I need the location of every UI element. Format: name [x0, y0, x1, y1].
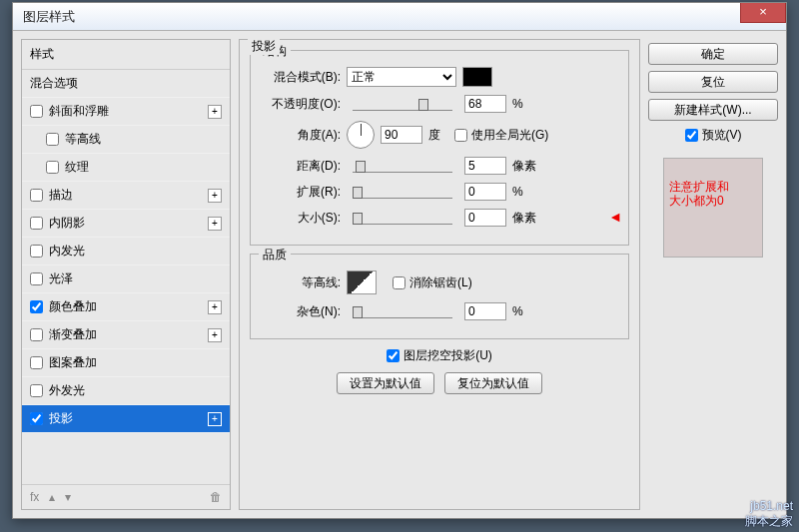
style-checkbox[interactable]	[30, 328, 43, 341]
style-checkbox[interactable]	[30, 189, 43, 202]
opacity-label: 不透明度(O):	[261, 96, 341, 113]
style-checkbox[interactable]	[30, 356, 43, 369]
opacity-input[interactable]	[464, 95, 506, 113]
antialias-checkbox[interactable]: 消除锯齿(L)	[393, 274, 472, 291]
style-checkbox[interactable]	[46, 161, 59, 174]
style-checkbox[interactable]	[46, 133, 59, 146]
style-item-10[interactable]: 外发光	[22, 377, 230, 405]
watermark: jb51.net脚本之家	[745, 499, 793, 530]
style-checkbox[interactable]	[30, 217, 43, 230]
titlebar[interactable]: 图层样式 ×	[13, 3, 786, 31]
spread-input[interactable]	[464, 183, 506, 201]
style-checkbox[interactable]	[30, 245, 43, 258]
style-item-9[interactable]: 图案叠加	[22, 349, 230, 377]
size-label: 大小(S):	[261, 210, 341, 227]
angle-input[interactable]	[381, 126, 422, 144]
settings-panel: 投影 结构 混合模式(B): 正常 不透明度(O): %	[239, 39, 640, 510]
layer-style-dialog: 图层样式 × 样式 混合选项 斜面和浮雕+等高线纹理描边+内阴影+内发光光泽颜色…	[12, 2, 787, 519]
color-swatch[interactable]	[462, 67, 492, 87]
size-input[interactable]	[464, 209, 506, 227]
noise-input[interactable]	[464, 302, 506, 320]
style-item-0[interactable]: 斜面和浮雕+	[22, 98, 230, 126]
spread-slider[interactable]	[353, 185, 452, 199]
style-item-6[interactable]: 光泽	[22, 266, 230, 293]
style-item-7[interactable]: 颜色叠加+	[22, 293, 230, 321]
add-icon[interactable]: +	[208, 105, 222, 119]
distance-label: 距离(D):	[261, 158, 341, 175]
angle-dial[interactable]	[347, 121, 375, 149]
window-title: 图层样式	[23, 8, 75, 26]
opacity-slider[interactable]	[353, 97, 452, 111]
distance-input[interactable]	[464, 157, 506, 175]
quality-legend: 品质	[259, 247, 291, 264]
fx-icon[interactable]: fx	[30, 490, 39, 504]
style-item-4[interactable]: 内阴影+	[22, 210, 230, 238]
noise-slider[interactable]	[353, 304, 452, 318]
add-icon[interactable]: +	[208, 300, 222, 314]
reset-default-button[interactable]: 复位为默认值	[444, 372, 542, 394]
blend-mode-label: 混合模式(B):	[261, 69, 341, 86]
style-item-2[interactable]: 纹理	[22, 154, 230, 182]
spread-label: 扩展(R):	[261, 184, 341, 201]
add-icon[interactable]: +	[208, 217, 222, 231]
contour-picker[interactable]	[347, 270, 377, 294]
distance-slider[interactable]	[353, 159, 452, 173]
close-button[interactable]: ×	[740, 3, 786, 23]
down-icon[interactable]: ▾	[65, 490, 71, 504]
style-item-3[interactable]: 描边+	[22, 182, 230, 210]
contour-label: 等高线:	[261, 274, 341, 291]
style-checkbox[interactable]	[30, 384, 43, 397]
style-checkbox[interactable]	[30, 300, 43, 313]
new-style-button[interactable]: 新建样式(W)...	[648, 99, 778, 121]
make-default-button[interactable]: 设置为默认值	[337, 372, 434, 394]
annotation: 注意扩展和大小都为0	[669, 180, 729, 208]
style-item-5[interactable]: 内发光	[22, 238, 230, 266]
size-slider[interactable]	[353, 211, 452, 225]
add-icon[interactable]: +	[208, 328, 222, 342]
angle-label: 角度(A):	[261, 127, 341, 144]
blend-mode-select[interactable]: 正常	[347, 67, 456, 87]
ok-button[interactable]: 确定	[648, 43, 778, 65]
blending-options[interactable]: 混合选项	[22, 70, 230, 98]
style-item-1[interactable]: 等高线	[22, 126, 230, 154]
noise-label: 杂色(N):	[261, 303, 341, 320]
quality-group: 品质 等高线: 消除锯齿(L) 杂色(N): %	[250, 254, 629, 339]
preview-thumb	[663, 158, 763, 258]
trash-icon[interactable]: 🗑	[210, 490, 222, 504]
add-icon[interactable]: +	[208, 189, 222, 203]
add-icon[interactable]: +	[208, 412, 222, 426]
cancel-button[interactable]: 复位	[648, 71, 778, 93]
style-checkbox[interactable]	[30, 272, 43, 285]
global-light-checkbox[interactable]: 使用全局光(G)	[454, 127, 548, 144]
knockout-checkbox[interactable]: 图层挖空投影(U)	[387, 347, 492, 364]
arrow-icon: ◄	[608, 209, 622, 225]
preview-checkbox[interactable]: 预览(V)	[648, 127, 778, 144]
styles-header[interactable]: 样式	[22, 40, 230, 70]
right-panel: 确定 复位 新建样式(W)... 预览(V)	[648, 39, 778, 510]
style-checkbox[interactable]	[30, 412, 43, 425]
panel-title: 投影	[248, 38, 280, 55]
styles-panel: 样式 混合选项 斜面和浮雕+等高线纹理描边+内阴影+内发光光泽颜色叠加+渐变叠加…	[21, 39, 231, 510]
up-icon[interactable]: ▴	[49, 490, 55, 504]
style-checkbox[interactable]	[30, 105, 43, 118]
styles-footer: fx ▴ ▾ 🗑	[22, 484, 230, 509]
style-item-11[interactable]: 投影+	[22, 405, 230, 433]
structure-group: 结构 混合模式(B): 正常 不透明度(O): % 角度(A):	[250, 50, 629, 246]
style-item-8[interactable]: 渐变叠加+	[22, 321, 230, 349]
